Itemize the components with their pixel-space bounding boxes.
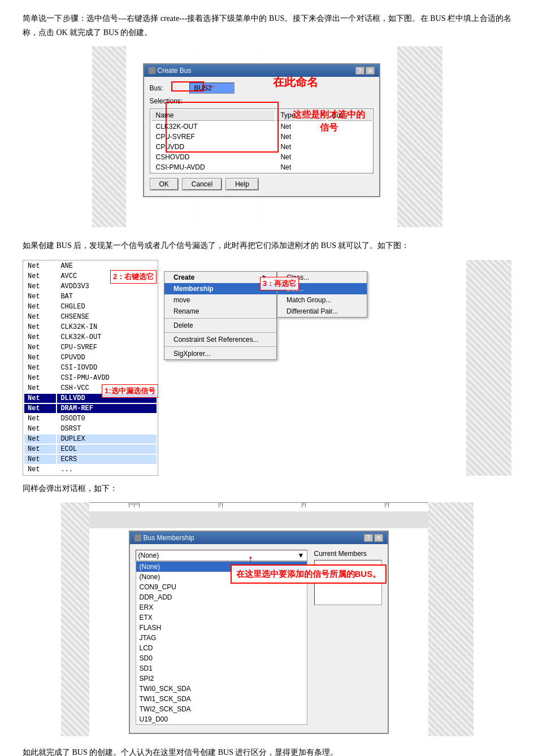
intro-paragraph-4: 如此就完成了 BUS 的创建。个人认为在这里对信号创建 BUS 进行区分，显得更…	[23, 745, 511, 756]
dialog-title: Create Bus	[158, 67, 192, 75]
net-list-item[interactable]: NetCPUVDD	[24, 353, 157, 362]
net-list-item[interactable]: Net...	[24, 465, 157, 474]
dialog-titlebar: Create Bus ? ✕	[144, 64, 379, 77]
dropdown-arrow-icon: ▼	[298, 551, 305, 559]
dropdown-option[interactable]: DDR_ADD	[136, 592, 307, 602]
selections-label: Selections:	[150, 97, 189, 105]
net-list-item[interactable]: NetDRAM-REF	[24, 404, 157, 413]
net-list-item[interactable]: NetCLK32K-IN	[24, 323, 157, 332]
step1-annotation: 1:选中漏选信号	[102, 384, 158, 398]
net-list-item[interactable]: NetDSODT0	[24, 414, 157, 423]
net-list-item[interactable]: NetCSI-PMU-AVDD	[24, 373, 157, 383]
menu-sep3	[164, 346, 276, 347]
menu-sep	[164, 318, 276, 319]
table-cell-type: Net	[276, 163, 326, 172]
table-cell-name: CPU-SVREF	[151, 132, 275, 141]
bm-close-btn[interactable]: ✕	[374, 534, 383, 542]
menu-rename[interactable]: Rename	[164, 306, 276, 317]
help-button[interactable]: Help	[225, 178, 259, 190]
dropdown-option[interactable]: LCD	[136, 643, 307, 653]
table-cell-bus	[328, 142, 372, 151]
table-row: CSI-PMU-AVDDNet	[151, 163, 372, 172]
annotation-name: 在此命名	[273, 75, 318, 90]
bm-help-btn[interactable]: ?	[364, 534, 373, 542]
bus-label: Bus:	[150, 84, 189, 92]
intro-paragraph-3: 同样会弹出对话框，如下：	[23, 481, 511, 496]
menu-sep2	[164, 332, 276, 333]
table-cell-type: Net	[276, 142, 326, 151]
bus-membership-dialog: Bus Membership ? ✕ (None)	[129, 531, 389, 734]
net-list-item[interactable]: NetECRS	[24, 455, 157, 464]
net-list-table: NetANENetAVCCNetAVDD3V3NetBATNetCHGLEDNe…	[23, 260, 158, 476]
dropdown-option[interactable]: ETX	[136, 612, 307, 623]
dropdown-option[interactable]: TWI2_SCK_SDA	[136, 704, 307, 714]
dropdown-option[interactable]: TWI1_SCK_SDA	[136, 694, 307, 704]
menu-constraint[interactable]: Constraint Set References...	[164, 334, 276, 345]
table-cell-bus	[328, 163, 372, 172]
table-cell-name: CLK32K-OUT	[151, 122, 275, 131]
dropdown-option[interactable]: TWI0_SCK_SDA	[136, 684, 307, 694]
arrow-right: ←	[208, 81, 217, 92]
table-cell-type: Net	[276, 153, 326, 162]
net-list-item[interactable]: NetBAT	[24, 292, 157, 301]
table-cell-name: CSHOVDD	[151, 153, 275, 162]
menu-sigxplorer[interactable]: SigXplorer...	[164, 348, 276, 359]
dialog-buttons: OK Cancel Help	[150, 178, 374, 190]
dropdown-option[interactable]: FLASH	[136, 623, 307, 633]
table-cell-name: CPUVDD	[151, 142, 275, 151]
net-list-item[interactable]: NetCSI-IOVDD	[24, 363, 157, 372]
table-cell-bus	[328, 153, 372, 162]
net-list-item[interactable]: NetCHSENSE	[24, 312, 157, 321]
net-list-item[interactable]: NetANE	[24, 262, 157, 271]
net-list-item[interactable]: NetCLK32K-OUT	[24, 333, 157, 342]
dropdown-option[interactable]: U19_D00	[136, 714, 307, 724]
dialog-help-btn[interactable]: ?	[355, 67, 364, 75]
dropdown-list: (None)(None)CON9_CPUDDR_ADDERXETXFLASHJT…	[136, 561, 307, 725]
net-list-item[interactable]: NetDUPLEX	[24, 435, 157, 444]
annotation-bus-select: 在这里选中要添加的信号所属的BUS。	[231, 564, 387, 584]
intro-paragraph-1: 简单说一下步骤：选中信号---右键选择 create---接着选择下级菜单中的 …	[23, 11, 511, 40]
net-list-item[interactable]: NetECOL	[24, 445, 157, 454]
intro-paragraph-2: 如果创建 BUS 后，发现某一个信号或者几个信号漏选了，此时再把它们添加进刚才的…	[23, 238, 511, 253]
step2-annotation: 2：右键选它	[110, 270, 157, 284]
table-row: CSHOVDDNet	[151, 153, 372, 162]
net-list-item[interactable]: NetCPU-SVREF	[24, 343, 157, 352]
submenu-match[interactable]: Match Group...	[277, 294, 367, 306]
dropdown-option[interactable]: JTAG	[136, 633, 307, 643]
dropdown-option[interactable]: SD1	[136, 663, 307, 674]
bus-dropdown[interactable]: (None) ▼	[136, 550, 307, 561]
menu-move[interactable]: move	[164, 294, 276, 306]
cancel-button[interactable]: Cancel	[182, 178, 222, 190]
col-name: Name	[151, 110, 275, 121]
dropdown-selected: (None)	[138, 551, 159, 559]
dropdown-option[interactable]: ERX	[136, 602, 307, 612]
net-list-item[interactable]: NetCHGLED	[24, 302, 157, 311]
submenu-diff[interactable]: Differential Pair...	[277, 306, 367, 317]
ok-button[interactable]: OK	[150, 178, 179, 190]
net-list-item[interactable]: NetDSRST	[24, 424, 157, 433]
step3-annotation: 3：再选它	[260, 277, 299, 290]
annotation-signal: 这些是刚才选中的信号	[293, 108, 365, 134]
bus-membership-titlebar: Bus Membership ? ✕	[130, 532, 388, 544]
bus-membership-title: Bus Membership	[144, 534, 194, 542]
dialog-close-btn[interactable]: ✕	[366, 67, 375, 75]
dialog-body: Bus: BUS2 Selections: Name Type Bus	[144, 77, 379, 196]
dropdown-option[interactable]: SD0	[136, 653, 307, 663]
current-members-label: Current Members	[314, 550, 382, 558]
table-cell-name: CSI-PMU-AVDD	[151, 163, 275, 172]
table-row: CPUVDDNet	[151, 142, 372, 151]
dropdown-option[interactable]: SPI2	[136, 674, 307, 684]
menu-delete[interactable]: Delete	[164, 320, 276, 331]
